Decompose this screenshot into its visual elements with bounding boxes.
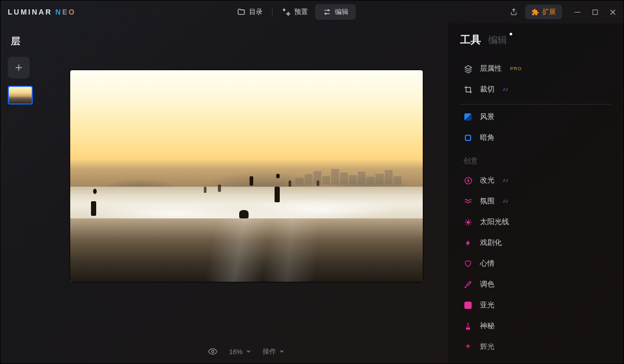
- nav-divider: [272, 7, 272, 17]
- tools-list: 层属性 PRO 裁切 AI 风景: [460, 58, 611, 363]
- sparkle-icon: [463, 342, 473, 352]
- waves-icon: [463, 197, 473, 206]
- svg-point-0: [328, 9, 330, 11]
- tab-tools[interactable]: 工具: [460, 33, 481, 47]
- main-area: 层: [1, 23, 623, 363]
- close-button[interactable]: [610, 9, 616, 15]
- compare-toggle[interactable]: [208, 347, 217, 356]
- logo-text-b: NEO: [56, 8, 76, 16]
- title-bar: LUMINAR NEO 目录 预置 编辑: [1, 1, 623, 23]
- tool-label: 亚光: [480, 301, 495, 310]
- tool-glow[interactable]: 辉光: [460, 336, 611, 357]
- nav-catalog[interactable]: 目录: [229, 4, 270, 20]
- crop-icon: [463, 85, 473, 94]
- tool-label: 调色: [480, 280, 495, 289]
- bolt-icon: [463, 238, 473, 248]
- zoom-dropdown[interactable]: 16%: [229, 348, 251, 356]
- layers-icon: [463, 64, 473, 73]
- tool-label: 暗角: [480, 133, 495, 142]
- tool-matte[interactable]: 亚光: [460, 295, 611, 316]
- svg-rect-2: [575, 12, 580, 12]
- pro-badge: PRO: [510, 66, 522, 71]
- tool-toning[interactable]: 调色: [460, 274, 611, 295]
- layer-thumbnail[interactable]: [8, 86, 33, 105]
- tool-label: 风景: [480, 112, 495, 122]
- brush-icon: [463, 280, 473, 289]
- layers-title: 层: [11, 35, 20, 47]
- tool-label: 改光: [480, 176, 495, 185]
- tool-label: 太阳光线: [480, 217, 509, 227]
- app-logo: LUMINAR NEO: [8, 8, 76, 16]
- app-window: LUMINAR NEO 目录 预置 编辑: [0, 0, 624, 364]
- logo-text-a: LUMINAR: [8, 8, 53, 16]
- nav-presets[interactable]: 预置: [275, 4, 315, 20]
- ai-badge: AI: [503, 199, 509, 204]
- candle-icon: [463, 321, 473, 331]
- edits-indicator-dot: [510, 33, 512, 35]
- right-tabs: 工具 编辑: [460, 33, 611, 47]
- tool-sunrays[interactable]: 太阳光线: [460, 212, 611, 232]
- tool-label: 层属性: [480, 64, 502, 73]
- photo-content: [70, 70, 423, 282]
- canvas-bottom-bar: 16% 操作: [45, 347, 448, 356]
- sun-icon: [463, 217, 473, 227]
- flash-circle-icon: [463, 176, 473, 185]
- image-canvas[interactable]: [70, 70, 423, 282]
- tools-panel: 工具 编辑 层属性 PRO 裁切: [448, 23, 623, 363]
- nav-edit-label: 编辑: [335, 7, 348, 17]
- canvas-area: 16% 操作: [45, 23, 448, 363]
- nav-edit[interactable]: 编辑: [315, 4, 356, 20]
- tab-edits-label: 编辑: [488, 35, 507, 45]
- layers-panel: 层: [1, 23, 45, 363]
- ai-badge: AI: [503, 87, 509, 92]
- svg-rect-3: [593, 10, 597, 15]
- tool-layer-properties[interactable]: 层属性 PRO: [460, 58, 611, 79]
- maximize-button[interactable]: [592, 9, 599, 15]
- add-layer-button[interactable]: [8, 57, 30, 79]
- tool-label: 氛围: [480, 197, 495, 206]
- sparkle-icon: [282, 7, 291, 17]
- tool-label: 心情: [480, 259, 495, 268]
- tool-landscape[interactable]: 风景: [460, 107, 611, 127]
- sliders-icon: [322, 7, 332, 17]
- tab-edits[interactable]: 编辑: [488, 34, 507, 46]
- landscape-icon: [463, 112, 473, 122]
- window-controls: [575, 9, 616, 15]
- svg-point-1: [325, 13, 327, 15]
- tool-mood[interactable]: 心情: [460, 253, 611, 274]
- minimize-button[interactable]: [575, 9, 581, 15]
- title-right: 扩展: [510, 5, 616, 19]
- square-icon: [463, 301, 473, 310]
- tool-dramatic[interactable]: 戏剧化: [460, 232, 611, 253]
- puzzle-icon: [531, 8, 539, 16]
- heart-icon: [463, 259, 473, 268]
- svg-point-4: [212, 350, 214, 353]
- tool-label: 裁切: [480, 85, 495, 94]
- share-button[interactable]: [510, 8, 518, 16]
- section-creative: 创意: [460, 148, 611, 170]
- section-divider: [460, 104, 611, 105]
- tool-label: 辉光: [480, 342, 495, 352]
- extensions-button[interactable]: 扩展: [525, 5, 562, 19]
- zoom-value: 16%: [229, 348, 242, 356]
- thumbnail-image: [9, 87, 32, 103]
- ai-badge: AI: [503, 178, 509, 183]
- extensions-label: 扩展: [542, 7, 556, 17]
- nav-catalog-label: 目录: [249, 7, 263, 17]
- tool-mystical[interactable]: 神秘: [460, 316, 611, 336]
- tool-label: 神秘: [480, 321, 495, 331]
- vignette-icon: [463, 133, 473, 142]
- tool-atmosphere[interactable]: 氛围 AI: [460, 191, 611, 212]
- tool-crop[interactable]: 裁切 AI: [460, 79, 611, 100]
- tool-vignette[interactable]: 暗角: [460, 127, 611, 148]
- svg-point-6: [467, 221, 469, 223]
- nav-presets-label: 预置: [294, 7, 308, 17]
- tool-label: 戏剧化: [480, 238, 502, 248]
- folder-icon: [237, 7, 246, 17]
- tool-relight[interactable]: 改光 AI: [460, 170, 611, 191]
- actions-dropdown[interactable]: 操作: [263, 347, 284, 356]
- actions-label: 操作: [263, 347, 276, 356]
- nav-segments: 目录 预置 编辑: [80, 4, 505, 20]
